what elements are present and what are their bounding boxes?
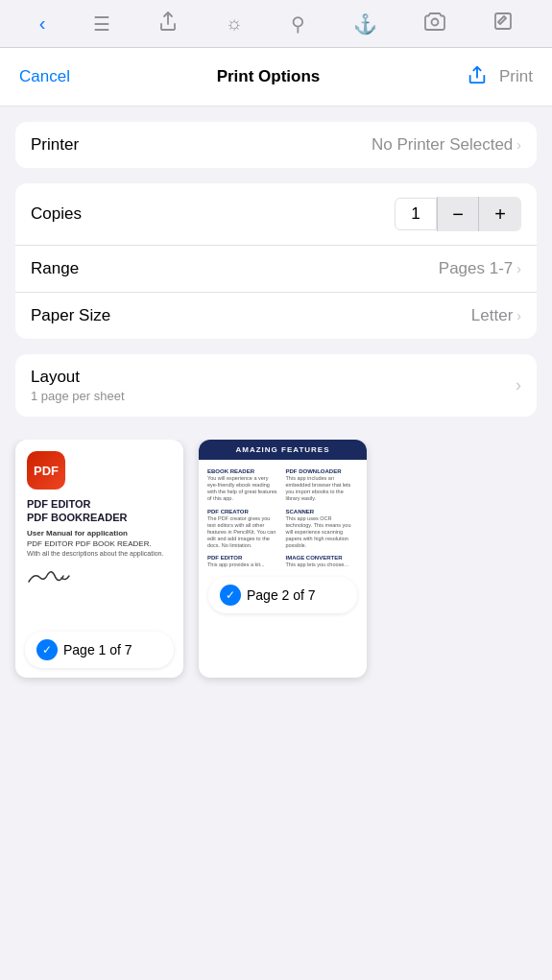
page2-check-icon: ✓ [220,585,241,606]
layout-chevron-icon: › [516,375,521,395]
svg-point-0 [432,19,439,26]
features-grid: EBOOK READER You will experience a very … [199,460,367,577]
edit-icon[interactable] [493,12,513,36]
printer-chevron-icon: › [516,137,521,153]
copies-decrease-button[interactable]: − [437,197,479,231]
feature-scanner: SCANNER This app uses OCR technology. Th… [283,506,362,553]
copies-value: 1 [395,198,437,230]
list-icon[interactable]: ☰ [93,12,110,36]
page1-subtitle: User Manual for application [27,529,172,538]
paper-size-row[interactable]: Paper Size Letter › [15,293,537,339]
feature-ebook-reader: EBOOK READER You will experience a very … [204,466,283,506]
layout-title: Layout [31,368,125,387]
print-options-panel: Cancel Print Options Print Printer No Pr… [0,48,552,980]
panel-header: Cancel Print Options Print [0,48,552,107]
printer-value-group: No Printer Selected › [372,135,521,155]
feature-image-converter: IMAGE CONVERTER This app lets you choose… [283,552,362,571]
layout-row[interactable]: Layout 1 page per sheet › [15,354,537,417]
paper-size-value: Letter [471,306,513,325]
printer-label: Printer [31,135,79,155]
bookmark-icon[interactable]: ⚓ [353,12,377,36]
copies-label: Copies [31,204,82,224]
feature-pdf-editor: PDF EDITOR This app provides a kit... [204,552,283,571]
range-value: Pages 1-7 [439,259,514,278]
page2-badge: ✓ Page 2 of 7 [208,577,357,613]
layout-section[interactable]: Layout 1 page per sheet › [15,354,537,417]
page-title: Print Options [217,67,321,86]
paper-size-chevron-icon: › [516,308,521,323]
page1-check-icon: ✓ [36,639,58,660]
back-icon[interactable]: ‹ [39,12,46,35]
share-icon[interactable] [467,63,488,90]
range-label: Range [31,259,79,278]
page1-title: PDF EDITOR PDF BOOKREADER [27,497,172,525]
page2-badge-text: Page 2 of 7 [247,587,316,603]
printer-value: No Printer Selected [372,135,513,155]
cancel-button[interactable]: Cancel [19,67,70,86]
header-actions: Print [467,63,533,90]
page1-badge-text: Page 1 of 7 [63,642,132,657]
range-row[interactable]: Range Pages 1-7 › [15,246,537,293]
page1-badge: ✓ Page 1 of 7 [25,632,174,668]
printer-row[interactable]: Printer No Printer Selected › [15,122,537,168]
browser-toolbar: ‹ ☰ ☼ ⚲ ⚓ [0,0,552,48]
range-chevron-icon: › [516,261,521,276]
share-toolbar-icon[interactable] [158,11,178,36]
feature-pdf-creator: PDF CREATOR The PDF creator gives you te… [204,506,283,553]
paper-size-value-group: Letter › [471,306,521,325]
signature-area [27,564,172,587]
copies-increase-button[interactable]: + [479,197,521,231]
copies-row: Copies 1 − + [15,183,537,246]
paper-size-label: Paper Size [31,306,110,325]
camera-icon[interactable] [424,12,445,36]
page2-preview[interactable]: AMAZING FEATURES EBOOK READER You will e… [199,440,367,678]
brightness-icon[interactable]: ☼ [226,12,243,35]
copies-stepper: 1 − + [395,197,521,231]
search-icon[interactable]: ⚲ [291,12,305,36]
range-value-group: Pages 1-7 › [439,259,521,278]
printer-section: Printer No Printer Selected › [15,122,537,168]
print-button[interactable]: Print [499,67,533,86]
pdf-app-icon: PDF [27,451,65,490]
page1-subtitle2: PDF EDITOR PDF BOOK READER. [27,539,172,548]
layout-label-group: Layout 1 page per sheet [31,368,125,403]
page1-desc: With all the descriptions about the appl… [27,550,172,557]
features-header: AMAZING FEATURES [199,440,367,460]
page1-preview[interactable]: PDF PDF EDITOR PDF BOOKREADER User Manua… [15,440,183,678]
page1-content: PDF PDF EDITOR PDF BOOKREADER User Manua… [15,440,183,632]
page-previews: PDF PDF EDITOR PDF BOOKREADER User Manua… [0,440,552,697]
options-section: Copies 1 − + Range Pages 1-7 › Paper Siz… [15,183,537,339]
feature-pdf-downloader: PDF DOWNLOADER This app includes an embe… [283,466,362,506]
layout-subtitle: 1 page per sheet [31,389,125,403]
